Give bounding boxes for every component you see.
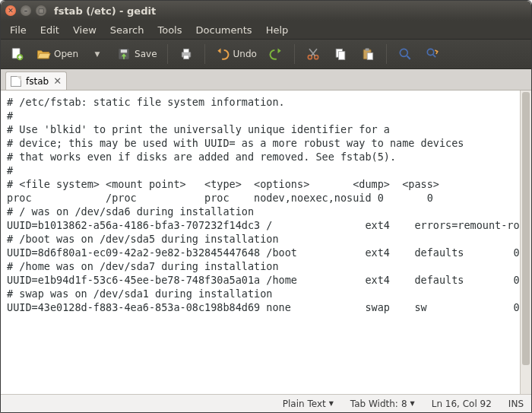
undo-label: Undo [233,49,257,59]
redo-icon [268,46,283,62]
close-window-button[interactable]: ✕ [5,5,16,16]
chevron-down-icon: ▼ [410,400,415,407]
new-file-icon [9,46,24,62]
svg-point-15 [427,49,433,55]
window-title: fstab (/etc) - gedit [54,5,156,17]
menu-help[interactable]: Help [260,22,295,38]
save-label: Save [135,49,157,59]
tabwidth-selector[interactable]: Tab Width: 8 ▼ [350,399,415,409]
menu-tools[interactable]: Tools [151,22,188,38]
tabwidth-label: Tab Width: [350,399,398,409]
copy-button[interactable] [329,43,352,65]
svg-rect-12 [366,49,369,51]
toolbar-separator [386,44,387,64]
vertical-scrollbar[interactable] [520,91,531,394]
menubar: File Edit View Search Tools Documents He… [1,21,531,39]
toolbar-separator [294,44,295,64]
text-editor[interactable]: # /etc/fstab: static file system informa… [1,91,520,394]
document-tab[interactable]: fstab ✕ [5,71,67,90]
document-tabbar: fstab ✕ [1,69,531,91]
svg-rect-6 [183,56,188,59]
open-button[interactable]: Open [33,43,81,65]
menu-view[interactable]: View [67,22,103,38]
find-button[interactable] [394,43,416,65]
maximize-window-button[interactable]: ▢ [36,5,46,16]
cursor-position: Ln 16, Col 92 [432,399,492,409]
editor-area: # /etc/fstab: static file system informa… [1,91,531,394]
menu-search[interactable]: Search [104,22,150,38]
statusbar: Plain Text ▼ Tab Width: 8 ▼ Ln 16, Col 9… [1,394,531,412]
menu-documents[interactable]: Documents [190,22,258,38]
save-button[interactable]: Save [113,43,160,65]
toolbar-separator [204,44,205,64]
tab-close-button[interactable]: ✕ [53,75,62,87]
redo-button[interactable] [264,43,287,65]
menu-file[interactable]: File [4,22,33,38]
find-replace-button[interactable] [421,43,444,65]
syntax-label: Plain Text [283,399,326,409]
chevron-down-icon: ▼ [92,50,103,58]
folder-open-icon [36,46,51,62]
svg-rect-10 [338,52,344,60]
tab-label: fstab [26,76,49,87]
paste-button[interactable] [356,43,379,65]
titlebar[interactable]: ✕ – ▢ fstab (/etc) - gedit [1,1,531,21]
window-controls: ✕ – ▢ [5,5,46,16]
tabwidth-value: 8 [401,399,407,409]
save-icon [116,46,131,62]
svg-point-14 [400,49,407,56]
svg-rect-13 [367,52,373,59]
minimize-window-button[interactable]: – [21,5,31,16]
svg-rect-5 [183,49,188,52]
toolbar-separator [167,44,168,64]
svg-rect-3 [121,49,127,52]
file-icon [11,76,21,87]
cut-button[interactable] [302,43,325,65]
scissors-icon [306,46,321,62]
gedit-window: ✕ – ▢ fstab (/etc) - gedit File Edit Vie… [0,0,532,413]
paste-icon [360,46,375,62]
undo-icon [215,46,230,62]
copy-icon [333,46,348,62]
print-button[interactable] [175,43,198,65]
open-label: Open [54,49,78,59]
find-replace-icon [425,46,440,62]
menu-edit[interactable]: Edit [34,22,65,38]
syntax-selector[interactable]: Plain Text ▼ [283,399,334,409]
printer-icon [179,46,194,62]
insert-mode-indicator[interactable]: INS [508,399,524,409]
undo-button[interactable]: Undo [212,43,260,65]
open-recent-dropdown[interactable]: ▼ [86,43,109,65]
search-icon [397,46,413,62]
chevron-down-icon: ▼ [329,400,334,407]
toolbar: Open ▼ Save Undo [1,39,531,69]
new-document-button[interactable] [5,43,28,65]
scrollbar-thumb[interactable] [522,92,530,365]
